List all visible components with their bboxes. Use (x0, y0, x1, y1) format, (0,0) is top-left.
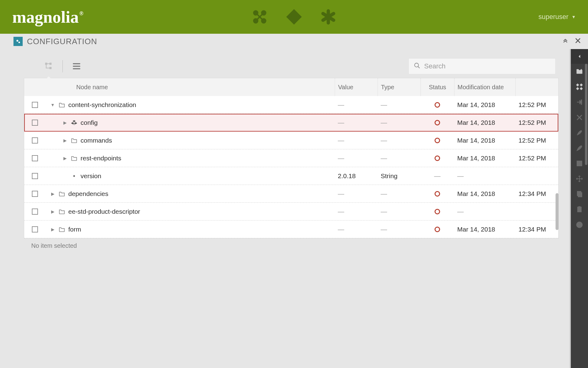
expander-icon[interactable]: ▶ (62, 138, 68, 143)
cell-type: — (378, 220, 420, 238)
svg-point-2 (254, 11, 258, 15)
folder-icon (58, 226, 65, 233)
table-row[interactable]: ▶ee-std-product-descriptor——— (24, 203, 558, 220)
stack-icon[interactable] (286, 9, 302, 25)
brand-registered: ® (79, 10, 83, 17)
cell-type: — (378, 203, 420, 220)
panel-collapse[interactable] (571, 49, 588, 64)
subapp-actions (562, 37, 581, 46)
action-move (571, 171, 588, 186)
cell-value: — (335, 203, 378, 220)
close-icon[interactable] (575, 37, 581, 46)
svg-point-3 (262, 11, 266, 15)
node-name: version (81, 172, 101, 180)
table-row[interactable]: ▶rest-endpoints——Mar 14, 201812:52 PM (24, 149, 558, 167)
col-type[interactable]: Type (378, 78, 420, 96)
view-switcher (42, 59, 84, 74)
svg-rect-33 (578, 193, 582, 197)
property-icon (71, 173, 77, 179)
row-checkbox[interactable] (32, 102, 38, 108)
expander-icon[interactable]: ▶ (50, 227, 55, 232)
table-row[interactable]: ▶config——Mar 14, 201812:52 PM (24, 114, 558, 132)
svg-point-4 (254, 19, 258, 23)
cell-type: — (378, 96, 420, 113)
status-indicator (435, 209, 440, 214)
svg-rect-17 (46, 68, 50, 68)
search-input[interactable] (424, 62, 550, 70)
action-panel (571, 49, 588, 368)
expander-icon[interactable]: ▶ (50, 191, 55, 196)
col-name[interactable]: Node name (46, 78, 335, 96)
cell-type: — (378, 132, 420, 149)
row-checkbox[interactable] (32, 155, 38, 161)
node-name: dependencies (68, 190, 108, 197)
col-value[interactable]: Value (335, 78, 378, 96)
row-checkbox[interactable] (32, 120, 38, 126)
user-menu[interactable]: superuser ▼ (538, 13, 576, 21)
table-row[interactable]: version2.0.18String—— (24, 167, 558, 185)
node-name: ee-std-product-descriptor (68, 208, 140, 215)
cell-time: 12:52 PM (515, 114, 558, 131)
cell-time: 12:52 PM (515, 132, 558, 149)
svg-rect-24 (73, 175, 75, 177)
asterisk-icon[interactable] (320, 9, 336, 25)
brand-logo: magnolia® (12, 7, 83, 27)
status-empty: — (434, 172, 441, 180)
svg-line-23 (418, 67, 420, 68)
command-icon[interactable] (252, 9, 268, 25)
config-tree: Node name Value Type Status Modification… (24, 78, 559, 239)
node-name: commands (81, 137, 112, 144)
subapp-title: CONFIGURATION (27, 37, 97, 46)
cell-date: Mar 14, 2018 (454, 149, 515, 167)
row-checkbox[interactable] (32, 191, 38, 197)
svg-rect-37 (579, 224, 580, 227)
cell-time: 12:34 PM (515, 220, 558, 238)
svg-rect-35 (579, 206, 580, 208)
expander-icon[interactable]: ▼ (50, 102, 55, 107)
node-name: config (81, 119, 98, 126)
scrollbar-thumb[interactable] (556, 193, 559, 230)
search-box[interactable] (409, 58, 556, 74)
action-copy (571, 186, 588, 202)
row-checkbox[interactable] (32, 173, 38, 179)
svg-point-22 (415, 63, 419, 67)
cell-status (420, 220, 454, 238)
cell-type: — (378, 185, 420, 202)
cell-time (515, 167, 558, 185)
col-status[interactable]: Status (420, 78, 454, 96)
tree-view-toggle[interactable] (42, 59, 56, 74)
caret-down-icon: ▼ (571, 14, 576, 19)
list-view-toggle[interactable] (70, 59, 84, 74)
row-checkbox[interactable] (32, 226, 38, 232)
cell-value: — (335, 185, 378, 202)
table-row[interactable]: ▶form——Mar 14, 201812:34 PM (24, 220, 558, 238)
status-indicator (435, 102, 440, 108)
status-bar: No item selected (24, 239, 571, 253)
col-date[interactable]: Modification date (454, 78, 515, 96)
expander-icon[interactable]: ▶ (50, 209, 55, 214)
app-header: magnolia® superuser ▼ (0, 0, 588, 34)
status-indicator (435, 155, 440, 161)
panel-scrollbar[interactable] (585, 64, 587, 165)
row-checkbox[interactable] (32, 137, 38, 144)
cell-time: 12:34 PM (515, 185, 558, 202)
row-checkbox[interactable] (32, 209, 38, 215)
svg-rect-28 (580, 87, 582, 90)
expander-icon[interactable]: ▶ (62, 156, 68, 161)
cell-value: — (335, 96, 378, 113)
folder-icon (71, 155, 77, 162)
cell-time (515, 203, 558, 220)
svg-rect-26 (580, 84, 582, 86)
cell-date: Mar 14, 2018 (454, 220, 515, 238)
divider (62, 60, 63, 72)
svg-point-9 (17, 40, 18, 42)
table-row[interactable]: ▼content-synchronization——Mar 14, 201812… (24, 96, 558, 114)
collapse-icon[interactable] (562, 37, 568, 46)
cell-value: 2.0.18 (335, 167, 378, 185)
expander-icon[interactable]: ▶ (62, 120, 68, 125)
cell-type: — (378, 114, 420, 131)
gears-icon (13, 37, 23, 46)
table-row[interactable]: ▶dependencies——Mar 14, 201812:34 PM (24, 185, 558, 203)
status-indicator (435, 138, 440, 143)
table-row[interactable]: ▶commands——Mar 14, 201812:52 PM (24, 132, 558, 149)
